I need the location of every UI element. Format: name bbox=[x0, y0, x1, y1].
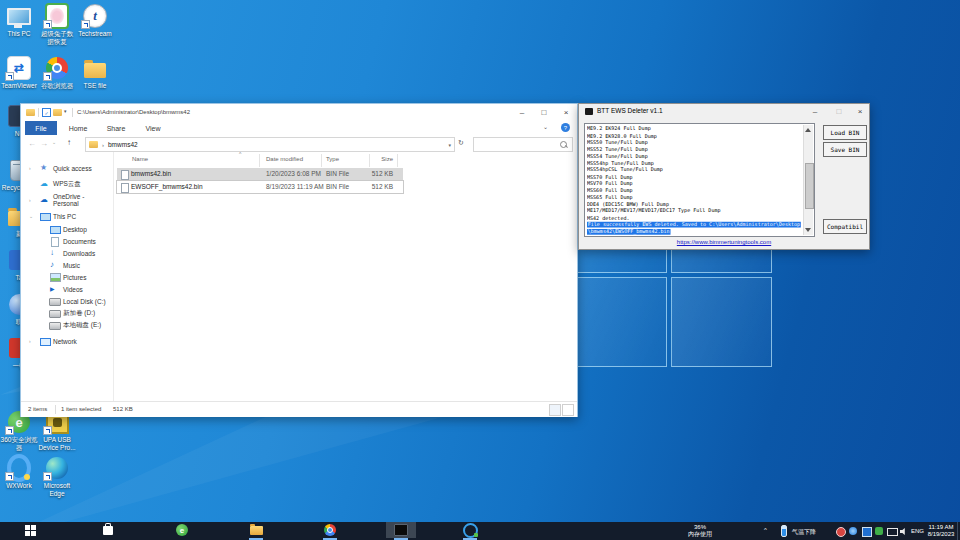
star-icon: ★ bbox=[40, 164, 47, 172]
recent-locations-icon[interactable]: ⌄ bbox=[52, 139, 56, 145]
scroll-down-icon[interactable] bbox=[805, 228, 811, 232]
sidebar-item-videos[interactable]: ▶Videos bbox=[21, 283, 111, 295]
desktop-icon-super-rabbit[interactable]: 超级兔子数 据恢复 bbox=[38, 4, 76, 46]
sidebar-item-local-disk-c[interactable]: Local Disk (C:) bbox=[21, 295, 111, 307]
sidebar-item-downloads[interactable]: ↓Downloads bbox=[21, 247, 111, 259]
start-button[interactable] bbox=[18, 522, 42, 538]
sidebar-item-this-pc[interactable]: ⌄This PC bbox=[21, 210, 111, 222]
desktop-icon-wxwork[interactable]: WXWork bbox=[0, 456, 38, 490]
load-bin-button[interactable]: Load BIN bbox=[823, 125, 867, 140]
column-divider[interactable] bbox=[321, 154, 322, 167]
details-view-button[interactable] bbox=[549, 404, 561, 416]
sidebar-item-disk-d[interactable]: 新加卷 (D:) bbox=[21, 307, 111, 319]
desktop-icon-chrome[interactable]: 谷歌浏览器 bbox=[38, 56, 76, 90]
search-input[interactable] bbox=[473, 137, 573, 152]
tray-browser-icon[interactable] bbox=[849, 527, 857, 535]
properties-icon[interactable]: ✓ bbox=[42, 108, 51, 117]
sidebar-item-music[interactable]: ♪Music bbox=[21, 259, 111, 271]
taskbar-ews-deleter-active[interactable] bbox=[386, 522, 416, 538]
new-folder-icon[interactable] bbox=[53, 109, 62, 116]
ribbon-collapse-icon[interactable]: ⌄ bbox=[543, 123, 548, 130]
file-row[interactable]: EWSOFF_bmwms42.bin 8/19/2023 11:19 AM BI… bbox=[117, 181, 403, 193]
taskbar-file-explorer[interactable] bbox=[244, 522, 268, 538]
column-divider[interactable] bbox=[259, 154, 260, 167]
listbox-scrollbar[interactable] bbox=[803, 125, 813, 235]
column-header-date[interactable]: Date modified bbox=[266, 156, 303, 162]
compatibility-button[interactable]: Compatibil bbox=[823, 219, 867, 234]
sidebar-item-documents[interactable]: Documents bbox=[21, 235, 111, 247]
breadcrumb-folder[interactable]: bmwms42 bbox=[108, 141, 138, 148]
network-status-icon[interactable] bbox=[887, 528, 898, 536]
help-icon[interactable]: ? bbox=[561, 123, 570, 132]
taskbar-chrome[interactable] bbox=[318, 522, 342, 538]
column-header-type[interactable]: Type bbox=[326, 156, 339, 162]
taskbar-360-browser[interactable]: e bbox=[170, 522, 194, 538]
large-icons-view-button[interactable] bbox=[562, 404, 574, 416]
address-bar[interactable]: › bmwms42 ▾ bbox=[85, 137, 455, 152]
folder-icon bbox=[89, 141, 98, 148]
sidebar-item-disk-e[interactable]: 本地磁盘 (E:) bbox=[21, 319, 111, 331]
collapse-icon[interactable]: ⌄ bbox=[29, 212, 33, 220]
save-bin-button[interactable]: Save BIN bbox=[823, 142, 867, 157]
back-icon[interactable]: ← bbox=[28, 139, 36, 148]
column-header-size[interactable]: Size bbox=[373, 156, 393, 162]
up-icon[interactable]: ↑ bbox=[67, 138, 71, 147]
expand-icon[interactable]: › bbox=[29, 337, 31, 345]
clock[interactable]: 11:19 AM 8/19/2023 bbox=[925, 524, 957, 538]
tab-file[interactable]: File bbox=[25, 121, 57, 135]
tab-view[interactable]: View bbox=[137, 121, 169, 135]
tray-green-app-icon[interactable] bbox=[875, 527, 883, 535]
taskbar-store[interactable] bbox=[96, 522, 120, 538]
file-row-selected[interactable]: bmwms42.bin 1/20/2023 6:08 PM BIN File 5… bbox=[117, 168, 403, 180]
sidebar-item-desktop[interactable]: Desktop bbox=[21, 223, 111, 235]
chrome-icon bbox=[324, 524, 336, 536]
weather-text[interactable]: 气温下降 bbox=[792, 528, 816, 537]
taskbar-q-app[interactable] bbox=[458, 522, 482, 538]
language-indicator[interactable]: ENG bbox=[911, 528, 924, 534]
column-header-name[interactable]: Name bbox=[132, 156, 148, 162]
shortcut-arrow-icon bbox=[5, 472, 14, 481]
column-divider[interactable] bbox=[369, 154, 370, 167]
icon-label: UPA USB bbox=[43, 436, 71, 444]
sidebar-item-onedrive[interactable]: ›☁OneDrive - Personal bbox=[21, 194, 111, 206]
qat-customize-icon[interactable]: ▾ bbox=[64, 108, 67, 114]
maximize-button[interactable]: □ bbox=[533, 104, 555, 121]
address-dropdown-icon[interactable]: ▾ bbox=[448, 142, 451, 148]
thermometer-icon[interactable] bbox=[781, 525, 787, 537]
close-button[interactable]: × bbox=[555, 104, 577, 121]
minimize-button[interactable]: – bbox=[805, 104, 825, 118]
refresh-icon[interactable]: ↻ bbox=[458, 139, 464, 147]
sidebar-item-quick-access[interactable]: ›★Quick access bbox=[21, 162, 111, 174]
minimize-button[interactable]: – bbox=[511, 104, 533, 121]
sidebar-item-network[interactable]: ›Network bbox=[21, 335, 111, 347]
website-link[interactable]: https://www.bimmertuningtools.com bbox=[579, 239, 869, 245]
scrollbar-thumb[interactable] bbox=[805, 163, 814, 209]
desktop-icon-tse-file[interactable]: TSE file bbox=[76, 56, 114, 90]
expand-icon[interactable]: › bbox=[29, 196, 31, 204]
explorer-titlebar[interactable]: ✓ ▾ C:\Users\Administrator\Desktop\bmwms… bbox=[21, 104, 577, 121]
desktop-icon-teamviewer[interactable]: ⇄ TeamViewer bbox=[0, 56, 38, 90]
tray-expand-icon[interactable]: ^ bbox=[764, 527, 767, 533]
close-button[interactable]: × bbox=[851, 104, 869, 118]
show-desktop-button[interactable] bbox=[957, 522, 958, 540]
icon-label: 器 bbox=[16, 444, 23, 452]
expand-icon[interactable]: › bbox=[29, 164, 31, 172]
tray-defender-icon[interactable] bbox=[862, 527, 872, 537]
ecu-type-listbox[interactable]: ME9.2 EK924 Full Dump ME9.2 EK928.0 Full… bbox=[584, 123, 815, 237]
tray-360-icon[interactable] bbox=[836, 527, 846, 537]
sidebar-item-pictures[interactable]: Pictures bbox=[21, 271, 111, 283]
app-icon bbox=[585, 108, 593, 115]
tab-share[interactable]: Share bbox=[99, 121, 133, 135]
icon-label: 谷歌浏览器 bbox=[41, 82, 74, 90]
memory-usage-widget[interactable]: 36% 内存使用 bbox=[676, 524, 724, 538]
desktop-icon-edge[interactable]: Microsoft Edge bbox=[38, 456, 76, 498]
network-icon bbox=[40, 338, 51, 346]
tab-home[interactable]: Home bbox=[61, 121, 95, 135]
desktop-icon-this-pc[interactable]: This PC bbox=[0, 4, 38, 38]
scroll-up-icon[interactable] bbox=[805, 128, 811, 132]
column-divider[interactable] bbox=[397, 154, 398, 167]
sidebar-item-wps-cloud[interactable]: ☁WPS云盘 bbox=[21, 178, 111, 190]
ews-titlebar[interactable]: BTT EWS Deleter v1.1 – □ × bbox=[579, 104, 869, 119]
forward-icon[interactable]: → bbox=[40, 139, 48, 148]
desktop-icon-techstream[interactable]: t Techstream bbox=[76, 4, 114, 38]
